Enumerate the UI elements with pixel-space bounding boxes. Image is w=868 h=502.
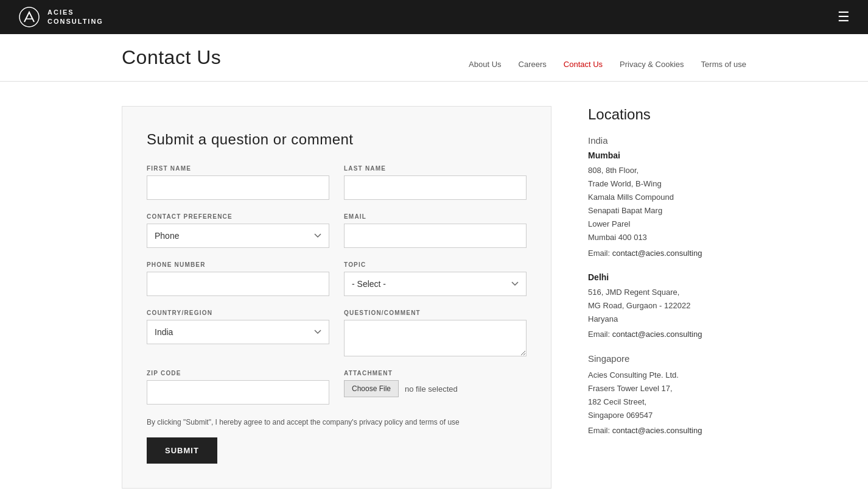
page-title: Contact Us (122, 46, 221, 69)
country-question-row: COUNTRY/REGION India Singapore USA QUEST… (147, 309, 527, 356)
delhi-email-link[interactable]: contact@acies.consulting (612, 330, 702, 339)
hamburger-button[interactable]: ☰ (838, 9, 850, 25)
last-name-label: LAST NAME (344, 165, 527, 172)
delhi-email: Email: contact@acies.consulting (588, 330, 746, 339)
first-name-label: FIRST NAME (147, 165, 329, 172)
singapore-address: Acies Consulting Pte. Ltd. Frasers Tower… (588, 369, 746, 422)
file-input-wrapper: Choose File no file selected (344, 380, 527, 397)
topic-label: TOPIC (344, 261, 527, 268)
attachment-label: ATTACHMENT (344, 370, 527, 376)
contact-pref-label: CONTACT PREFERENCE (147, 213, 329, 220)
logo-text: ACIES CONSULTING (47, 8, 103, 27)
nav-careers[interactable]: Careers (519, 60, 547, 69)
question-group: QUESTION/COMMENT (344, 309, 527, 356)
singapore-email-label: Email: (588, 426, 610, 435)
locations-title: Locations (588, 106, 746, 123)
contact-pref-select[interactable]: Phone Email (147, 224, 329, 248)
email-input[interactable] (344, 224, 527, 248)
singapore-section: Singapore Acies Consulting Pte. Ltd. Fra… (588, 353, 746, 435)
mumbai-email-link[interactable]: contact@acies.consulting (612, 249, 702, 258)
zip-attachment-row: ZIP CODE ATTACHMENT Choose File no file … (147, 370, 527, 405)
attachment-group: ATTACHMENT Choose File no file selected (344, 370, 527, 405)
email-label: EMAIL (344, 213, 527, 220)
sub-header: Contact Us About Us Careers Contact Us P… (0, 34, 868, 82)
svg-point-0 (19, 7, 39, 27)
delhi-address: 516, JMD Regent Square, MG Road, Gurgaon… (588, 286, 746, 326)
country-select[interactable]: India Singapore USA (147, 320, 329, 344)
submit-button[interactable]: SUBMIT (147, 437, 217, 464)
site-header: ACIES CONSULTING ☰ (0, 0, 868, 34)
logo-icon (18, 6, 40, 28)
delhi-email-label: Email: (588, 330, 610, 339)
phone-group: PHONE NUMBER (147, 261, 329, 296)
topic-select[interactable]: - Select - General Inquiry Business (344, 272, 527, 296)
nav-terms-of-use[interactable]: Terms of use (701, 60, 746, 69)
main-content: Submit a question or comment FIRST NAME … (0, 82, 868, 502)
first-name-group: FIRST NAME (147, 165, 329, 200)
nav-contact-us[interactable]: Contact Us (564, 60, 603, 69)
form-title: Submit a question or comment (147, 131, 527, 148)
top-nav: About Us Careers Contact Us Privacy & Co… (469, 60, 746, 69)
zip-input[interactable] (147, 380, 329, 405)
india-country: India (588, 135, 746, 146)
zip-group: ZIP CODE (147, 370, 329, 405)
last-name-input[interactable] (344, 175, 527, 200)
contact-email-row: CONTACT PREFERENCE Phone Email EMAIL (147, 213, 527, 248)
singapore-country: Singapore (588, 353, 746, 364)
email-group: EMAIL (344, 213, 527, 248)
mumbai-city: Mumbai (588, 150, 746, 160)
question-textarea[interactable] (344, 320, 527, 356)
country-group: COUNTRY/REGION India Singapore USA (147, 309, 329, 356)
question-label: QUESTION/COMMENT (344, 309, 527, 316)
phone-label: PHONE NUMBER (147, 261, 329, 268)
phone-topic-row: PHONE NUMBER TOPIC - Select - General In… (147, 261, 527, 296)
topic-group: TOPIC - Select - General Inquiry Busines… (344, 261, 527, 296)
mumbai-section: Mumbai 808, 8th Floor, Trade World, B-Wi… (588, 150, 746, 258)
mumbai-address: 808, 8th Floor, Trade World, B-Wing Kama… (588, 164, 746, 245)
contact-pref-group: CONTACT PREFERENCE Phone Email (147, 213, 329, 248)
nav-privacy-cookies[interactable]: Privacy & Cookies (620, 60, 684, 69)
file-name-display: no file selected (405, 384, 458, 394)
nav-about-us[interactable]: About Us (469, 60, 501, 69)
first-name-input[interactable] (147, 175, 329, 200)
name-row: FIRST NAME LAST NAME (147, 165, 527, 200)
contact-form-container: Submit a question or comment FIRST NAME … (122, 106, 551, 489)
delhi-city: Delhi (588, 272, 746, 282)
last-name-group: LAST NAME (344, 165, 527, 200)
singapore-email: Email: contact@acies.consulting (588, 426, 746, 435)
zip-label: ZIP CODE (147, 370, 329, 376)
singapore-email-link[interactable]: contact@acies.consulting (612, 426, 702, 435)
choose-file-button[interactable]: Choose File (344, 380, 399, 397)
country-label: COUNTRY/REGION (147, 309, 329, 316)
delhi-section: Delhi 516, JMD Regent Square, MG Road, G… (588, 272, 746, 339)
mumbai-email: Email: contact@acies.consulting (588, 249, 746, 258)
phone-input[interactable] (147, 272, 329, 296)
logo-area: ACIES CONSULTING (18, 6, 103, 28)
mumbai-email-label: Email: (588, 249, 610, 258)
consent-text: By clicking "Submit", I hereby agree to … (147, 418, 527, 426)
locations-sidebar: Locations India Mumbai 808, 8th Floor, T… (588, 106, 746, 489)
